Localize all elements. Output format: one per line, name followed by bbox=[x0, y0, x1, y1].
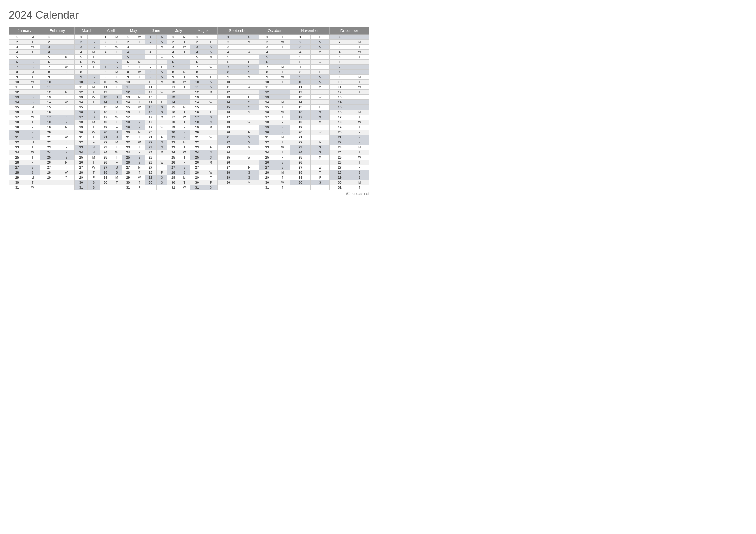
day-letter: T bbox=[310, 170, 329, 175]
page-title: 2024 Calendar bbox=[9, 9, 369, 21]
day-letter: W bbox=[239, 85, 259, 90]
day-num: 26 bbox=[330, 160, 350, 165]
day-letter: M bbox=[310, 155, 329, 160]
day-num: 14 bbox=[330, 100, 350, 105]
day-num: 18 bbox=[190, 120, 204, 125]
day-letter: S bbox=[310, 75, 329, 80]
day-num: 14 bbox=[122, 100, 134, 105]
day-num: 2 bbox=[99, 40, 111, 44]
day-num: 20 bbox=[75, 130, 88, 135]
day-num: 15 bbox=[99, 105, 111, 110]
day-letter: T bbox=[87, 125, 99, 130]
day-letter: F bbox=[58, 75, 75, 80]
day-letter: S bbox=[134, 90, 145, 95]
day-num: 23 bbox=[330, 145, 350, 150]
day-letter: T bbox=[204, 35, 217, 40]
day-letter: W bbox=[87, 95, 99, 100]
day-letter: T bbox=[87, 135, 99, 140]
day-letter: M bbox=[179, 105, 190, 110]
day-num: 20 bbox=[168, 130, 179, 135]
day-letter: M bbox=[25, 105, 40, 110]
day-letter: W bbox=[111, 115, 122, 120]
day-letter: T bbox=[156, 60, 168, 65]
day-letter: T bbox=[111, 85, 122, 90]
day-num: 21 bbox=[75, 135, 88, 140]
day-num: 27 bbox=[330, 165, 350, 170]
day-num: 23 bbox=[122, 145, 134, 150]
day-letter: F bbox=[156, 135, 168, 140]
day-letter: F bbox=[179, 90, 190, 95]
day-num: 13 bbox=[122, 95, 134, 100]
day-letter: W bbox=[310, 130, 329, 135]
day-letter: T bbox=[111, 50, 122, 55]
day-num: 24 bbox=[330, 150, 350, 155]
day-letter: T bbox=[25, 40, 40, 44]
day-letter: W bbox=[275, 180, 290, 185]
day-num: 6 bbox=[290, 60, 311, 65]
day-num: 15 bbox=[190, 105, 204, 110]
day-letter: M bbox=[275, 100, 290, 105]
day-num: 5 bbox=[40, 55, 58, 60]
day-letter: F bbox=[87, 140, 99, 145]
day-num: 22 bbox=[145, 140, 156, 145]
day-num: 24 bbox=[290, 150, 311, 155]
day-letter: S bbox=[275, 90, 290, 95]
day-num: 20 bbox=[99, 130, 111, 135]
day-num: 9 bbox=[259, 75, 275, 80]
day-letter: W bbox=[204, 65, 217, 70]
day-letter: M bbox=[25, 140, 40, 145]
day-num: 29 bbox=[122, 175, 134, 180]
day-letter: T bbox=[25, 155, 40, 160]
day-letter: S bbox=[350, 70, 369, 75]
day-num: 23 bbox=[168, 145, 179, 150]
day-num: 4 bbox=[290, 50, 311, 55]
day-num: 3 bbox=[190, 44, 204, 50]
day-num: 21 bbox=[290, 135, 311, 140]
day-num: 28 bbox=[40, 170, 58, 175]
day-letter: W bbox=[25, 150, 40, 155]
day-letter: S bbox=[310, 80, 329, 85]
day-letter: M bbox=[275, 135, 290, 140]
day-num: 20 bbox=[330, 130, 350, 135]
day-letter: T bbox=[350, 125, 369, 130]
day-num: 18 bbox=[290, 120, 311, 125]
day-num: 16 bbox=[330, 110, 350, 115]
day-num: 16 bbox=[218, 110, 239, 115]
day-num: 1 bbox=[330, 35, 350, 40]
day-letter: W bbox=[58, 65, 75, 70]
day-num: 29 bbox=[330, 175, 350, 180]
day-num: 22 bbox=[190, 140, 204, 145]
day-letter: F bbox=[310, 70, 329, 75]
day-letter: S bbox=[134, 85, 145, 90]
day-letter: S bbox=[58, 80, 75, 85]
day-letter: T bbox=[204, 70, 217, 75]
day-num: 25 bbox=[218, 155, 239, 160]
day-letter: T bbox=[350, 160, 369, 165]
day-num: 7 bbox=[40, 65, 58, 70]
day-letter: W bbox=[350, 50, 369, 55]
day-letter: T bbox=[134, 180, 145, 185]
day-letter: M bbox=[310, 50, 329, 55]
day-num: 16 bbox=[9, 110, 25, 115]
day-letter: T bbox=[239, 55, 259, 60]
day-num: 6 bbox=[218, 60, 239, 65]
day-letter: F bbox=[204, 145, 217, 150]
day-num: 26 bbox=[259, 160, 275, 165]
day-num: 6 bbox=[190, 60, 204, 65]
day-num: 20 bbox=[259, 130, 275, 135]
day-num: 23 bbox=[9, 145, 25, 150]
day-num: 7 bbox=[259, 65, 275, 70]
day-num: 10 bbox=[259, 80, 275, 85]
day-num: 9 bbox=[9, 75, 25, 80]
day-num: 6 bbox=[99, 60, 111, 65]
day-num: 29 bbox=[75, 175, 88, 180]
day-letter: S bbox=[25, 65, 40, 70]
day-letter: T bbox=[179, 40, 190, 44]
day-letter: T bbox=[156, 95, 168, 100]
day-num: 26 bbox=[40, 160, 58, 165]
day-num: 24 bbox=[190, 150, 204, 155]
day-num: 4 bbox=[259, 50, 275, 55]
day-num: 17 bbox=[9, 115, 25, 120]
day-num: 24 bbox=[99, 150, 111, 155]
day-letter: W bbox=[87, 60, 99, 65]
